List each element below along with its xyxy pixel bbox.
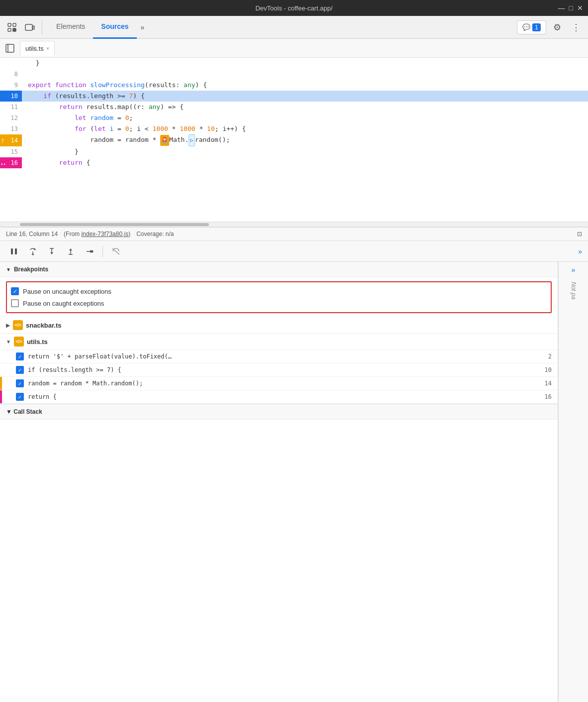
right-panel-stub: » Not pa	[558, 262, 588, 702]
snackbar-file-header[interactable]: ▶ </> snackbar.ts	[0, 317, 558, 334]
code-line-10: 10 if (results.length >= 7) {	[0, 91, 588, 102]
bp-item-1-code: return '$' + parseFloat(value).toFixed(…	[28, 353, 172, 360]
tab-sources[interactable]: Sources	[93, 16, 136, 39]
console-icon: 💬	[522, 23, 530, 31]
console-count: 1	[532, 23, 541, 31]
code-line-8: 8	[0, 69, 588, 80]
sidebar-toggle-btn[interactable]	[3, 41, 17, 55]
pause-caught-label: Pause on caught exceptions	[23, 300, 104, 307]
svg-rect-6	[6, 44, 14, 52]
utils-filename: utils.ts	[27, 338, 48, 346]
source-map-label: (From index-73f73a80.js)	[64, 231, 130, 237]
console-badge-btn[interactable]: 💬 1	[517, 20, 546, 34]
svg-rect-8	[11, 248, 13, 254]
step-out-btn[interactable]	[63, 243, 79, 259]
cursor-position: Line 16, Column 14	[6, 231, 58, 237]
code-line-7: }	[0, 58, 588, 69]
inspect-icon[interactable]	[4, 19, 20, 35]
svg-rect-5	[33, 26, 34, 29]
deactivate-breakpoints-btn[interactable]	[108, 243, 124, 259]
settings-icon[interactable]: ⚙	[549, 19, 565, 35]
code-line-14: ? 14 random = random * 🚨Math.▷random();	[0, 134, 588, 146]
close-btn[interactable]: ✕	[577, 4, 583, 12]
debug-separator	[102, 246, 103, 257]
bp-item-2-line: 10	[545, 366, 552, 373]
not-paused-label: Not pa	[570, 282, 577, 299]
snackbar-filename: snackbar.ts	[26, 322, 62, 329]
bp-item-1: ✓ return '$' + parseFloat(value).toFixed…	[0, 350, 558, 363]
call-stack-section-header[interactable]: ▼ Call Stack	[0, 404, 558, 420]
bp-item-4-checkbox[interactable]: ✓	[16, 393, 24, 401]
bp-item-2-code: if (results.length >= 7) {	[28, 366, 121, 373]
tab-bar-right: 💬 1 ⚙ ⋮	[517, 19, 584, 35]
window-controls[interactable]: — □ ✕	[558, 4, 583, 12]
pause-uncaught-label: Pause on uncaught exceptions	[23, 288, 111, 295]
code-line-13: 13 for (let i = 0; i < 1000 * 1000 * 10;…	[0, 123, 588, 134]
file-tab-name: utils.ts	[25, 45, 44, 52]
tab-elements[interactable]: Elements	[48, 16, 93, 39]
bp-item-3: ✓ random = random * Math.random(); 14	[0, 377, 558, 390]
file-tab-utils[interactable]: utils.ts ×	[20, 41, 55, 56]
step-into-btn[interactable]	[44, 243, 60, 259]
horizontal-scrollbar[interactable]	[0, 222, 588, 227]
breakpoints-section-header[interactable]: ▼ Breakpoints	[0, 262, 558, 277]
lower-panel: ▼ Breakpoints ✓ Pause on uncaught except…	[0, 262, 588, 702]
code-editor[interactable]: } 8 9 export function slowProcessing(res…	[0, 58, 588, 227]
tab-bar-left	[4, 19, 44, 35]
svg-rect-0	[8, 23, 11, 26]
utils-file-icon: </>	[14, 337, 24, 347]
bp-item-4-line: 16	[545, 393, 552, 400]
call-stack-arrow: ▼	[6, 408, 12, 415]
utils-expand-arrow: ▼	[6, 339, 11, 345]
svg-point-21	[91, 250, 94, 252]
status-bar: Line 16, Column 14 (From index-73f73a80.…	[0, 227, 588, 241]
title-bar-text: DevTools - coffee-cart.app/	[255, 4, 332, 12]
breakpoints-panel: ▼ Breakpoints ✓ Pause on uncaught except…	[0, 262, 558, 702]
svg-rect-4	[25, 24, 32, 30]
pause-resume-btn[interactable]	[6, 243, 22, 259]
pause-caught-checkbox[interactable]	[11, 299, 19, 307]
bp-item-4: ✓ return { 16	[0, 390, 558, 404]
magenta-bar	[0, 390, 2, 403]
call-stack-label: Call Stack	[13, 408, 42, 415]
bp-item-2-checkbox[interactable]: ✓	[16, 366, 24, 374]
tab-separator	[42, 20, 42, 34]
minimize-btn[interactable]: —	[558, 4, 565, 12]
maximize-btn[interactable]: □	[569, 4, 573, 12]
bp-item-4-code: return {	[28, 393, 57, 400]
code-line-11: 11 return results.map((r: any) => {	[0, 102, 588, 113]
code-table: } 8 9 export function slowProcessing(res…	[0, 58, 588, 168]
exceptions-box: ✓ Pause on uncaught exceptions Pause on …	[6, 281, 552, 313]
svg-rect-3	[13, 28, 16, 31]
panel-more-btn[interactable]: »	[578, 247, 582, 255]
coverage-label: Coverage: n/a	[136, 231, 174, 237]
scrollbar-thumb[interactable]	[20, 223, 209, 226]
more-vert-icon[interactable]: ⋮	[568, 19, 584, 35]
debug-toolbar-right: »	[578, 247, 582, 256]
utils-file-header[interactable]: ▼ </> utils.ts	[0, 334, 558, 350]
step-over-btn[interactable]	[25, 243, 41, 259]
orange-bar	[0, 377, 2, 390]
code-line-15: 15 }	[0, 146, 588, 157]
pause-caught-row: Pause on caught exceptions	[11, 297, 547, 309]
format-icon[interactable]: ⊡	[577, 231, 582, 237]
device-toggle-icon[interactable]	[22, 19, 38, 35]
bp-item-1-line: 2	[548, 353, 552, 360]
svg-rect-2	[13, 23, 16, 26]
file-tabs-row: utils.ts ×	[0, 39, 588, 58]
bp-item-1-checkbox[interactable]: ✓	[16, 352, 24, 360]
code-line-16: •• 16 return {	[0, 157, 588, 168]
title-bar: DevTools - coffee-cart.app/ — □ ✕	[0, 0, 588, 16]
pause-uncaught-checkbox[interactable]: ✓	[11, 287, 19, 295]
tab-more-icon[interactable]: »	[137, 21, 149, 33]
code-line-9: 9 export function slowProcessing(results…	[0, 80, 588, 91]
step-btn[interactable]	[82, 243, 98, 259]
debug-toolbar: »	[0, 241, 588, 262]
svg-rect-1	[8, 28, 11, 31]
source-map-link[interactable]: index-73f73a80.js	[81, 231, 128, 237]
bp-item-2: ✓ if (results.length >= 7) { 10	[0, 363, 558, 377]
file-tab-close[interactable]: ×	[46, 45, 49, 51]
snackbar-expand-arrow: ▶	[6, 323, 10, 328]
bp-item-3-checkbox[interactable]: ✓	[16, 379, 24, 387]
right-panel-more-btn[interactable]: »	[572, 266, 576, 274]
